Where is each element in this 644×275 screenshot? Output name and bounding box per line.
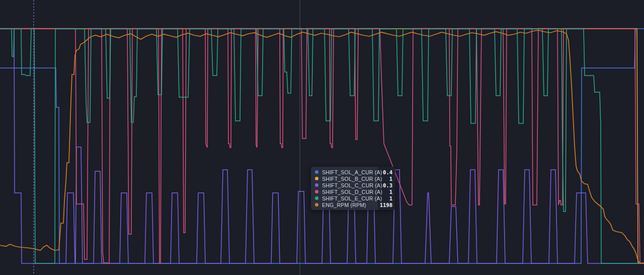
chart-stage: SHIFT_SOL_A_CUR (A) 0.4 SHIFT_SOL_B_CUR … (0, 0, 644, 275)
tooltip: SHIFT_SOL_A_CUR (A) 0.4 SHIFT_SOL_B_CUR … (311, 167, 395, 210)
series-label: SHIFT_SOL_D_CUR (A) (322, 189, 382, 195)
series-label: SHIFT_SOL_B_CUR (A) (322, 176, 382, 182)
tooltip-row: SHIFT_SOL_A_CUR (A) 0.4 (311, 169, 395, 175)
series-line-shift_sol_a_cur (0, 29, 644, 263)
series-color-dot-icon (315, 183, 318, 187)
series-color-dot-icon (315, 170, 318, 174)
series-value: 1 (382, 176, 395, 182)
tooltip-row: SHIFT_SOL_B_CUR (A) 1 (311, 175, 395, 182)
series-color-dot-icon (315, 190, 318, 193)
series-label: ENG_RPM (RPM) (322, 202, 378, 208)
tooltip-row: SHIFT_SOL_C_CUR (A) 0.3 (311, 182, 395, 188)
series-line-shift_sol_e_cur (0, 29, 644, 264)
tooltip-row: SHIFT_SOL_D_CUR (A) 1 (311, 188, 395, 195)
series-line-shift_sol_d_cur (0, 29, 644, 263)
series-label: SHIFT_SOL_A_CUR (A) (322, 169, 382, 175)
series-line-shift_sol_c_cur (0, 29, 644, 263)
series-value: 1 (382, 189, 395, 195)
series-color-dot-icon (315, 177, 318, 180)
series-value: 1198 (378, 202, 395, 208)
series-label: SHIFT_SOL_C_CUR (A) (322, 182, 382, 188)
series-label: SHIFT_SOL_E_CUR (A) (322, 195, 382, 201)
tooltip-rows: SHIFT_SOL_A_CUR (A) 0.4 SHIFT_SOL_B_CUR … (311, 167, 395, 210)
series-line-shift_sol_b_cur (0, 29, 644, 263)
tooltip-row: SHIFT_SOL_E_CUR (A) 1 (311, 195, 395, 201)
series-color-dot-icon (315, 196, 318, 200)
series-value: 1 (382, 195, 395, 201)
series-value: 0.3 (382, 182, 395, 188)
chart-canvas[interactable] (0, 0, 644, 275)
series-color-dot-icon (315, 203, 318, 207)
series-line-eng_rpm (0, 30, 644, 263)
series-value: 0.4 (382, 169, 395, 175)
tooltip-row: ENG_RPM (RPM) 1198 (311, 201, 395, 208)
